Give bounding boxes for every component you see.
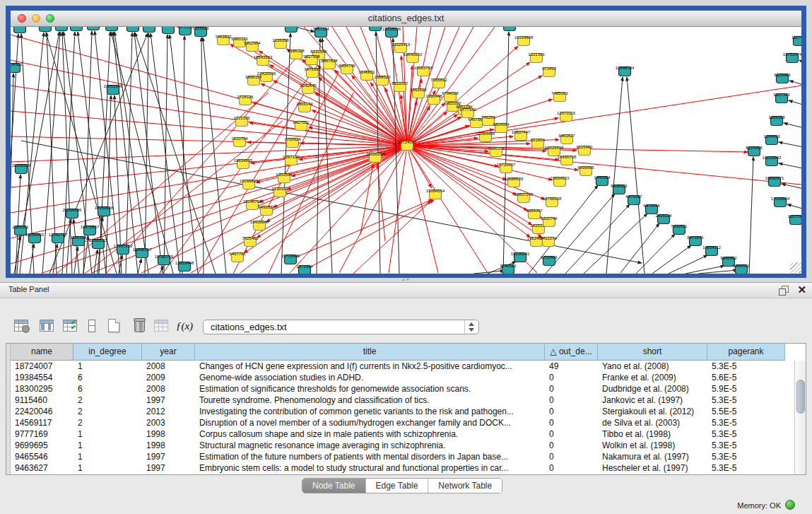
table-scrollbar[interactable] <box>794 361 806 474</box>
graph-node[interactable]: 7632621 <box>671 224 688 235</box>
graph-node[interactable]: 1221393 <box>528 52 545 63</box>
graph-node[interactable]: 15654923 <box>551 176 570 187</box>
graph-node[interactable]: 1145194 <box>71 235 88 246</box>
column-header-pagerank[interactable]: pagerank <box>707 344 785 361</box>
network-canvas[interactable]: 2435572813556320691406206371594671821065… <box>11 27 801 274</box>
graph-node[interactable]: 18807249 <box>514 192 534 203</box>
graph-node[interactable]: 1117411 <box>792 35 801 46</box>
graph-node[interactable]: 9896157 <box>245 75 262 86</box>
graph-node[interactable]: 7485063 <box>551 91 568 102</box>
graph-node[interactable]: 8135563 <box>37 27 54 32</box>
graph-node[interactable]: 3824554 <box>493 122 510 133</box>
graph-node[interactable]: 16961758 <box>414 66 433 76</box>
graph-node[interactable]: 1167533 <box>788 214 801 225</box>
graph-node[interactable]: 10975857 <box>81 225 100 235</box>
graph-node[interactable]: 1634502 <box>11 62 23 73</box>
graph-node[interactable]: 19218506 <box>382 27 401 37</box>
graph-node[interactable]: 16154808 <box>514 35 534 46</box>
graph-node[interactable]: 10325419 <box>392 42 411 53</box>
graph-node[interactable]: 1353594 <box>276 173 293 183</box>
column-header-short[interactable]: short <box>598 344 707 361</box>
graph-node[interactable]: 9146821 <box>358 70 375 81</box>
graph-node[interactable]: 1588520 <box>374 75 391 86</box>
graph-node[interactable]: 9827508 <box>303 54 320 65</box>
graph-node[interactable]: 10688609 <box>505 177 524 187</box>
table-row[interactable]: 946554611997Estimation of the future num… <box>11 451 795 462</box>
graph-node[interactable]: 9427552 <box>293 120 310 131</box>
graph-node[interactable]: 9463627 <box>558 134 575 144</box>
graph-node[interactable]: 16210643 <box>763 156 782 166</box>
graph-node[interactable]: 8471676 <box>687 235 704 246</box>
graph-node[interactable]: 2803144 <box>296 102 313 112</box>
graph-node[interactable]: 2435572 <box>11 27 28 33</box>
minimize-window-button[interactable] <box>32 14 40 23</box>
graph-node[interactable]: 11156863 <box>25 233 44 243</box>
graph-node[interactable]: 1226058 <box>272 38 289 49</box>
graph-node[interactable]: 1327602 <box>124 27 141 32</box>
graph-node[interactable]: 973493 <box>542 66 557 77</box>
column-header-year[interactable]: year <box>142 344 195 361</box>
graph-node[interactable]: 7986372 <box>488 146 505 157</box>
graph-node[interactable]: 7515526 <box>192 27 209 37</box>
tab-node-table[interactable]: Node Table <box>302 479 366 493</box>
graph-node[interactable]: 20691406 <box>52 27 71 31</box>
table-settings-icon[interactable] <box>12 317 30 335</box>
graph-node[interactable]: 9493823 <box>258 205 275 216</box>
table-select-dropdown[interactable]: citations_edges.txt <box>203 320 479 334</box>
new-table-icon[interactable] <box>105 317 123 335</box>
column-header-title[interactable]: title <box>195 344 545 361</box>
graph-node[interactable]: 15751074 <box>783 52 801 63</box>
graph-node[interactable]: 19384554 <box>426 189 445 199</box>
graph-node[interactable]: 20053346 <box>104 84 123 95</box>
graph-node[interactable]: 5912954 <box>244 41 261 52</box>
float-panel-icon[interactable] <box>779 286 788 295</box>
graph-node[interactable]: 8938923 <box>611 184 628 194</box>
graph-node[interactable]: 9733426 <box>541 255 558 266</box>
table-row[interactable]: 1456911722003Disruption of a novel membe… <box>11 417 795 428</box>
graph-node[interactable]: 20364456 <box>476 132 495 142</box>
graph-node[interactable]: 7463822 <box>215 35 232 45</box>
graph-node[interactable]: 1244413 <box>763 134 780 145</box>
graph-node[interactable]: 10653287 <box>102 27 122 31</box>
graph-node[interactable]: 8215958 <box>746 146 763 156</box>
graph-node[interactable]: 9474444 <box>643 204 660 214</box>
table-row[interactable]: 977716911998Corpus callosum shape and si… <box>11 428 795 440</box>
table-row[interactable]: 911546021997Tourette syndrome. Phenomeno… <box>11 395 795 406</box>
graph-node[interactable]: 9130312 <box>271 187 288 197</box>
graph-node[interactable]: 8454749 <box>339 64 355 74</box>
graph-node[interactable]: 7955812 <box>430 78 447 88</box>
close-window-button[interactable] <box>18 14 26 23</box>
graph-node[interactable]: 17016504 <box>771 197 790 207</box>
graph-node[interactable]: 6479197 <box>625 194 642 205</box>
graph-node[interactable]: 9467182 <box>85 27 102 30</box>
graph-node[interactable]: 9777169 <box>459 107 476 118</box>
graph-node[interactable]: 10807447 <box>512 130 531 141</box>
graph-node[interactable]: 7625402 <box>242 236 259 247</box>
graph-node[interactable]: 12923448 <box>175 261 194 271</box>
graph-node[interactable]: 9267130 <box>283 155 300 165</box>
column-chooser-icon[interactable] <box>37 317 56 335</box>
close-panel-icon[interactable]: ✕ <box>797 284 806 296</box>
zoom-window-button[interactable] <box>46 14 54 23</box>
graph-node[interactable]: 4671358 <box>177 27 194 35</box>
table-row[interactable]: 1830029562008Estimation of significance … <box>11 383 795 395</box>
graph-node[interactable]: 6794028 <box>442 91 459 102</box>
graph-node[interactable]: 2867608 <box>321 59 338 69</box>
graph-node[interactable]: 16640910 <box>404 52 423 63</box>
graph-node[interactable]: 17359928 <box>95 206 114 216</box>
memory-status-indicator[interactable] <box>785 500 795 510</box>
table-row[interactable]: 1872400712008Changes of HCN gene express… <box>11 361 795 372</box>
tab-edge-table[interactable]: Edge Table <box>366 479 429 493</box>
network-graph[interactable]: 2435572813556320691406206371594671821065… <box>11 27 801 274</box>
import-table-icon[interactable] <box>152 317 170 335</box>
graph-node[interactable]: 1610754 <box>231 136 248 147</box>
graph-node[interactable]: 1573344 <box>296 264 313 274</box>
graph-node[interactable]: 9457791 <box>229 252 246 262</box>
function-builder-icon[interactable]: ƒ(x) <box>175 317 194 335</box>
graph-node[interactable]: 16782759 <box>155 255 174 265</box>
graph-node[interactable]: 9699695 <box>577 165 594 176</box>
graph-node[interactable]: 9129966 <box>774 73 791 83</box>
graph-node[interactable]: 10654112 <box>702 245 722 256</box>
graph-node[interactable]: 10648784 <box>616 66 635 76</box>
graph-node[interactable]: 9227343 <box>773 93 790 103</box>
